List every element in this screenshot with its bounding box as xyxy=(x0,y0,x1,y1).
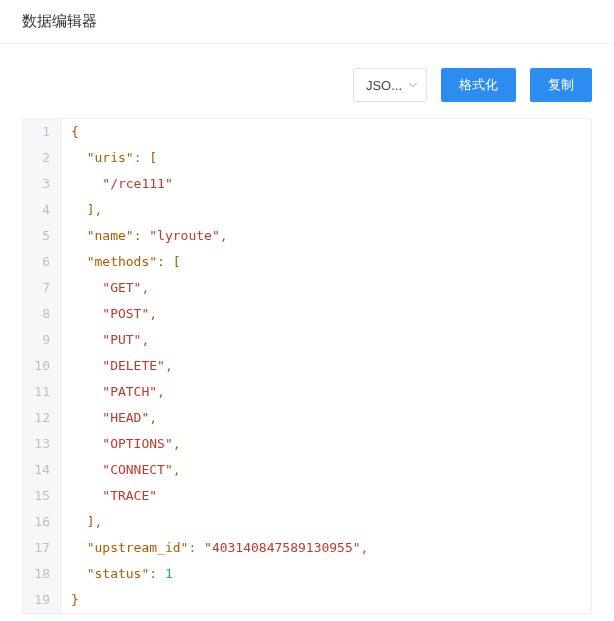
code-line[interactable]: 9 "PUT", xyxy=(23,327,591,353)
line-number: 14 xyxy=(23,457,61,483)
line-content[interactable]: "OPTIONS", xyxy=(61,431,181,457)
line-number: 13 xyxy=(23,431,61,457)
line-number: 18 xyxy=(23,561,61,587)
line-number: 17 xyxy=(23,535,61,561)
line-number: 2 xyxy=(23,145,61,171)
line-number: 5 xyxy=(23,223,61,249)
line-content[interactable]: "/rce111" xyxy=(61,171,173,197)
line-number: 16 xyxy=(23,509,61,535)
line-content[interactable]: { xyxy=(61,119,79,145)
line-content[interactable]: "uris": [ xyxy=(61,145,157,171)
line-number: 12 xyxy=(23,405,61,431)
code-line[interactable]: 6 "methods": [ xyxy=(23,249,591,275)
code-line[interactable]: 16 ], xyxy=(23,509,591,535)
line-content[interactable]: "methods": [ xyxy=(61,249,181,275)
code-line[interactable]: 2 "uris": [ xyxy=(23,145,591,171)
code-line[interactable]: 10 "DELETE", xyxy=(23,353,591,379)
line-content[interactable]: "POST", xyxy=(61,301,157,327)
line-number: 10 xyxy=(23,353,61,379)
line-content[interactable]: "upstream_id": "403140847589130955", xyxy=(61,535,368,561)
editor-toolbar: JSO... 格式化 复制 xyxy=(0,44,614,118)
format-select[interactable]: JSO... xyxy=(353,68,427,102)
line-content[interactable]: } xyxy=(61,587,79,613)
code-line[interactable]: 12 "HEAD", xyxy=(23,405,591,431)
code-line[interactable]: 3 "/rce111" xyxy=(23,171,591,197)
line-number: 11 xyxy=(23,379,61,405)
copy-button[interactable]: 复制 xyxy=(530,68,592,102)
line-content[interactable]: "CONNECT", xyxy=(61,457,181,483)
line-number: 3 xyxy=(23,171,61,197)
line-content[interactable]: "PATCH", xyxy=(61,379,165,405)
code-line[interactable]: 19} xyxy=(23,587,591,613)
code-line[interactable]: 7 "GET", xyxy=(23,275,591,301)
chevron-down-icon xyxy=(408,80,418,90)
code-line[interactable]: 18 "status": 1 xyxy=(23,561,591,587)
line-content[interactable]: "TRACE" xyxy=(61,483,157,509)
code-line[interactable]: 17 "upstream_id": "403140847589130955", xyxy=(23,535,591,561)
code-line[interactable]: 14 "CONNECT", xyxy=(23,457,591,483)
line-number: 8 xyxy=(23,301,61,327)
format-button[interactable]: 格式化 xyxy=(441,68,516,102)
format-select-value: JSO... xyxy=(366,78,402,93)
json-editor[interactable]: 1{2 "uris": [3 "/rce111"4 ],5 "name": "l… xyxy=(22,118,592,614)
code-line[interactable]: 4 ], xyxy=(23,197,591,223)
code-line[interactable]: 5 "name": "lyroute", xyxy=(23,223,591,249)
line-content[interactable]: "status": 1 xyxy=(61,561,173,587)
modal-title: 数据编辑器 xyxy=(0,0,614,44)
code-line[interactable]: 11 "PATCH", xyxy=(23,379,591,405)
data-editor-modal: 数据编辑器 JSO... 格式化 复制 1{2 "uris": [3 "/rce… xyxy=(0,0,614,614)
line-number: 19 xyxy=(23,587,61,613)
line-content[interactable]: ], xyxy=(61,197,102,223)
line-number: 6 xyxy=(23,249,61,275)
line-number: 7 xyxy=(23,275,61,301)
code-line[interactable]: 8 "POST", xyxy=(23,301,591,327)
code-line[interactable]: 15 "TRACE" xyxy=(23,483,591,509)
line-content[interactable]: "PUT", xyxy=(61,327,149,353)
line-content[interactable]: "DELETE", xyxy=(61,353,173,379)
line-content[interactable]: ], xyxy=(61,509,102,535)
line-number: 15 xyxy=(23,483,61,509)
line-content[interactable]: "GET", xyxy=(61,275,149,301)
code-line[interactable]: 1{ xyxy=(23,119,591,145)
line-number: 1 xyxy=(23,119,61,145)
code-area[interactable]: 1{2 "uris": [3 "/rce111"4 ],5 "name": "l… xyxy=(23,119,591,613)
line-content[interactable]: "name": "lyroute", xyxy=(61,223,228,249)
code-line[interactable]: 13 "OPTIONS", xyxy=(23,431,591,457)
line-number: 4 xyxy=(23,197,61,223)
line-content[interactable]: "HEAD", xyxy=(61,405,157,431)
line-number: 9 xyxy=(23,327,61,353)
